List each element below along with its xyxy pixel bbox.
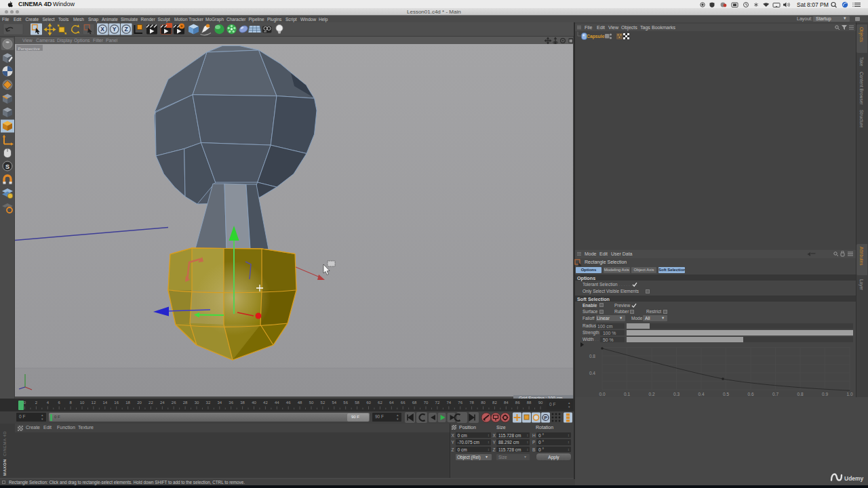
svg-text:0.4: 0.4	[698, 392, 704, 396]
svg-text:P: P	[544, 415, 547, 420]
svg-text:Udemy: Udemy	[844, 475, 864, 482]
svg-text:0.7: 0.7	[772, 392, 778, 396]
svg-text:Y: Y	[113, 26, 117, 33]
svg-text:0.1: 0.1	[624, 392, 630, 396]
svg-text:S: S	[5, 163, 9, 170]
svg-text:X: X	[100, 26, 104, 33]
svg-text:0.9: 0.9	[822, 392, 828, 396]
svg-text:0.3: 0.3	[673, 392, 679, 396]
svg-text:0.8: 0.8	[589, 354, 595, 359]
svg-text:Capsule: Capsule	[587, 34, 605, 39]
svg-text:0.0: 0.0	[599, 392, 605, 396]
svg-text:0.6: 0.6	[747, 392, 753, 396]
svg-text:1.0: 1.0	[846, 392, 852, 396]
svg-text:0.8: 0.8	[797, 392, 803, 396]
svg-text:0.2: 0.2	[648, 392, 654, 396]
svg-text:Z: Z	[125, 26, 128, 33]
svg-text:0.4: 0.4	[589, 371, 595, 375]
svg-text:0.5: 0.5	[723, 392, 729, 396]
